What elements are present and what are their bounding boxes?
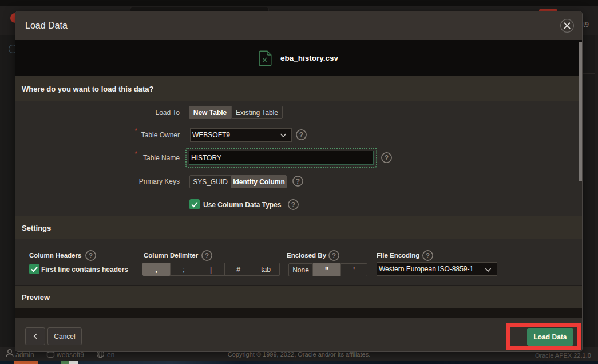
svg-text:?: ? bbox=[296, 177, 300, 185]
svg-text:?: ? bbox=[89, 252, 93, 260]
svg-text:?: ? bbox=[332, 252, 336, 260]
svg-text:?: ? bbox=[291, 201, 295, 209]
svg-text:?: ? bbox=[385, 154, 389, 162]
svg-text:?: ? bbox=[426, 252, 430, 260]
svg-text:?: ? bbox=[299, 131, 303, 139]
svg-text:?: ? bbox=[205, 252, 209, 260]
